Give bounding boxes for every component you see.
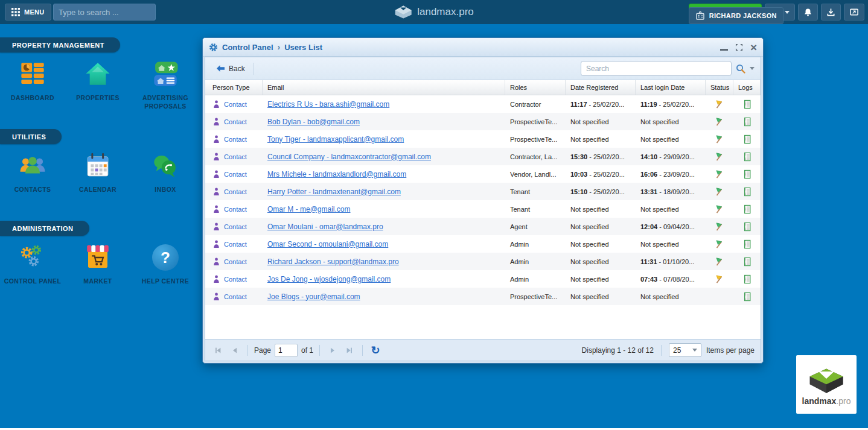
maximize-button[interactable] — [735, 43, 743, 51]
page-number-input[interactable] — [275, 344, 298, 357]
status-flag-icon[interactable] — [715, 100, 724, 109]
logs-icon[interactable] — [743, 292, 752, 302]
sidebar-item-market[interactable]: MARKET — [66, 241, 129, 286]
status-flag-icon[interactable] — [715, 239, 724, 249]
last-login-cell: Not specified — [636, 206, 706, 213]
table-row[interactable]: Contact Mrs Michele - landmaxlandlord@gm… — [205, 165, 761, 183]
contact-person-icon — [212, 117, 220, 126]
logs-icon[interactable] — [743, 239, 752, 249]
status-flag-icon[interactable] — [715, 134, 724, 144]
table-body: Contact Electrics R Us - bara.ashi@gmail… — [205, 95, 761, 339]
roles-cell: Contractor, La... — [505, 153, 566, 160]
next-page-button[interactable] — [326, 344, 339, 357]
logs-icon[interactable] — [743, 222, 752, 232]
user-email-link[interactable]: Joe Blogs - your@email.com — [267, 292, 360, 301]
logs-icon[interactable] — [743, 257, 752, 267]
section-title: PROPERTY MANAGEMENT — [12, 42, 104, 49]
person-type-label: Contact — [224, 258, 247, 265]
user-email-link[interactable]: Richard Jackson - support@landmax.pro — [267, 258, 399, 266]
table-row[interactable]: Contact Council Company - landmaxcontrac… — [205, 148, 761, 165]
user-button[interactable]: RICHARD JACKSON — [689, 7, 783, 24]
sidebar-item-calendar[interactable]: CALENDAR — [66, 150, 129, 194]
user-email-link[interactable]: Electrics R Us - bara.ashi@gmail.com — [267, 100, 389, 109]
sidebar-item-help-centre[interactable]: ? HELP CENTRE — [134, 241, 197, 286]
first-page-button[interactable] — [211, 344, 225, 357]
date-registered-cell: Not specified — [566, 241, 636, 248]
logs-icon[interactable] — [743, 117, 752, 127]
column-email[interactable]: Email — [263, 80, 505, 95]
logs-icon[interactable] — [743, 134, 752, 144]
status-flag-icon[interactable] — [715, 152, 724, 162]
sidebar-item-inbox[interactable]: INBOX — [134, 150, 197, 194]
column-date-registered[interactable]: Date Registered — [566, 80, 636, 95]
user-email-link[interactable]: Tony Tiger - landmaxapplicant@gmail.com — [267, 135, 404, 144]
table-row[interactable]: Contact Jos De Jong - wjosdejong@gmail.c… — [205, 270, 761, 288]
logs-icon[interactable] — [743, 169, 752, 179]
column-roles[interactable]: Roles — [505, 80, 566, 95]
table-row[interactable]: Contact Omar Moulani - omar@landmax.pro … — [205, 218, 761, 235]
screen-share-button[interactable] — [844, 4, 864, 21]
contact-person-icon — [212, 239, 220, 248]
refresh-button[interactable]: ↻ — [369, 344, 382, 357]
sidebar-item-properties[interactable]: PROPERTIES — [66, 58, 129, 103]
logs-icon[interactable] — [743, 152, 752, 162]
user-email-link[interactable]: Omar M - me@gmail.com — [267, 205, 351, 213]
close-button[interactable]: × — [750, 42, 757, 53]
page-label: Page — [254, 346, 271, 355]
logs-icon[interactable] — [743, 100, 752, 109]
user-email-link[interactable]: Harry Potter - landmaxtenant@gmail.com — [267, 188, 401, 196]
notifications-button[interactable] — [798, 4, 818, 21]
minimize-button[interactable] — [720, 44, 728, 51]
table-row[interactable]: Contact Electrics R Us - bara.ashi@gmail… — [205, 95, 761, 113]
status-flag-icon[interactable] — [715, 169, 724, 179]
date-registered-cell: 10:03 - 25/02/20... — [566, 171, 636, 178]
logs-icon[interactable] — [743, 187, 752, 197]
last-page-button[interactable] — [343, 344, 356, 357]
table-header: Person Type Email Roles Date Registered … — [205, 80, 761, 95]
table-row[interactable]: Contact Richard Jackson - support@landma… — [205, 253, 761, 270]
table-row[interactable]: Contact Joe Blogs - your@email.com Prosp… — [205, 288, 761, 305]
user-email-link[interactable]: Omar Moulani - omar@landmax.pro — [267, 223, 383, 231]
logs-icon[interactable] — [743, 204, 752, 214]
sidebar-item-advertising-proposals[interactable]: ADVERTISING PROPOSALS — [134, 58, 197, 110]
global-search-input[interactable] — [54, 8, 170, 17]
status-flag-icon[interactable] — [715, 274, 724, 284]
search-options-caret-icon[interactable] — [750, 67, 755, 70]
breadcrumb-root[interactable]: Control Panel — [222, 43, 273, 52]
column-last-login-date[interactable]: Last login Date — [636, 80, 706, 95]
table-row[interactable]: Contact Omar M - me@gmail.com Tenant Not… — [205, 200, 761, 218]
sidebar-item-dashboard[interactable]: DASHBOARD — [1, 58, 64, 103]
back-button[interactable]: Back — [211, 63, 250, 75]
roles-cell: Agent — [505, 223, 566, 230]
table-row[interactable]: Contact Bob Dylan - bob@gmail.com Prospe… — [205, 113, 761, 130]
column-logs[interactable]: Logs — [733, 80, 761, 95]
user-email-link[interactable]: Mrs Michele - landmaxlandlord@gmail.com — [267, 170, 406, 179]
column-person-type[interactable]: Person Type — [205, 80, 263, 95]
status-flag-icon[interactable] — [715, 204, 724, 214]
user-email-link[interactable]: Council Company - landmaxcontractor@gmai… — [267, 153, 431, 161]
section-title: ADMINISTRATION — [12, 225, 74, 232]
window-body: Back Person Type Email Roles Date Regist… — [205, 57, 761, 361]
table-search-input[interactable] — [581, 61, 732, 76]
status-flag-icon[interactable] — [715, 222, 724, 232]
column-status[interactable]: Status — [706, 80, 733, 95]
user-email-link[interactable]: Omar Second - omoulani@gmail.com — [267, 240, 388, 248]
user-email-link[interactable]: Jos De Jong - wjosdejong@gmail.com — [267, 275, 391, 283]
status-flag-icon[interactable] — [715, 187, 724, 197]
previous-page-button[interactable] — [228, 344, 241, 357]
logs-icon[interactable] — [743, 274, 752, 284]
menu-button[interactable]: MENU — [5, 4, 51, 21]
user-email-link[interactable]: Bob Dylan - bob@gmail.com — [267, 118, 360, 126]
search-icon[interactable] — [735, 63, 746, 74]
sidebar-item-control-panel[interactable]: CONTROL PANEL — [1, 241, 64, 286]
status-flag-icon[interactable] — [715, 257, 724, 267]
download-button[interactable] — [821, 4, 841, 21]
status-flag-icon[interactable] — [715, 117, 724, 127]
items-per-page-select[interactable]: 25 — [669, 343, 701, 357]
person-type-label: Contact — [224, 188, 247, 195]
table-row[interactable]: Contact Harry Potter - landmaxtenant@gma… — [205, 183, 761, 200]
sidebar-item-contacts[interactable]: CONTACTS — [1, 150, 64, 194]
table-row[interactable]: Contact Omar Second - omoulani@gmail.com… — [205, 235, 761, 253]
table-row[interactable]: Contact Tony Tiger - landmaxapplicant@gm… — [205, 130, 761, 148]
roles-cell: Admin — [505, 241, 566, 248]
